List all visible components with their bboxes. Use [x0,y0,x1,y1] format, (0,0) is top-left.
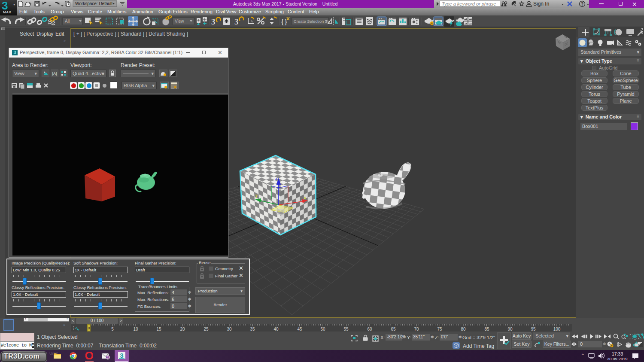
svg-text:95: 95 [531,327,536,332]
svg-text:65: 65 [391,327,396,332]
svg-text:5: 5 [111,327,114,332]
svg-text:30: 30 [227,327,232,332]
svg-text:50: 50 [320,327,325,332]
svg-text:3: 3 [234,17,239,26]
svg-text:85: 85 [484,327,489,332]
svg-text:2: 2 [107,356,109,359]
svg-text:55: 55 [343,327,349,332]
svg-text:45: 45 [297,327,302,332]
svg-text:y: y [255,193,258,198]
svg-text:View: View [175,19,184,24]
svg-text:15: 15 [156,327,161,332]
svg-text:35: 35 [250,327,255,332]
svg-text:70: 70 [414,327,419,332]
svg-text:40: 40 [273,327,279,332]
svg-text:{: { [281,18,284,26]
svg-text:}: } [285,18,287,26]
svg-text:25: 25 [204,327,209,332]
svg-text:80: 80 [461,327,466,332]
svg-text:All: All [65,19,70,24]
svg-text:90: 90 [507,327,513,332]
svg-text:100: 100 [553,327,561,332]
svg-text:20: 20 [180,327,185,332]
svg-text:3: 3 [211,17,216,26]
svg-text:x: x [304,195,306,200]
svg-text:60: 60 [367,327,372,332]
svg-text:Create Selection Se: Create Selection Se [294,19,330,24]
svg-text:75: 75 [437,327,442,332]
svg-text:z: z [275,176,277,181]
svg-text:Workspace: Default: Workspace: Default [75,1,112,6]
svg-text:10: 10 [133,327,138,332]
svg-text:?: ? [581,2,583,6]
